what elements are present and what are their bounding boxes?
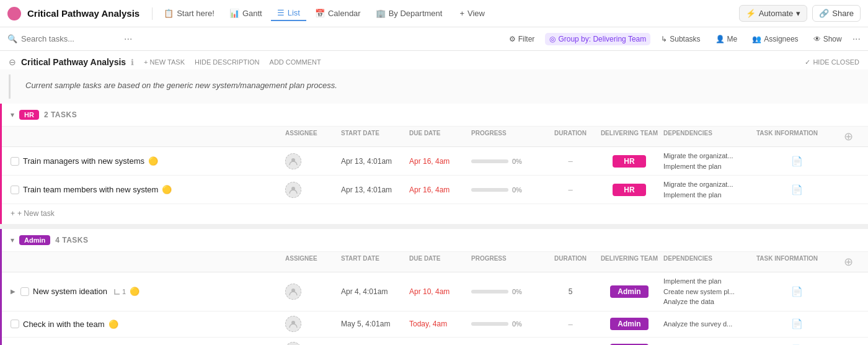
nav-label-calendar: Calendar [328,9,361,18]
new-task-action[interactable]: + NEW TASK [144,58,185,66]
assignee-icon-train-team[interactable] [285,182,301,198]
progress-pct-train-team: 0% [512,186,522,194]
nav-item-by-department[interactable]: 🏢 By Department [370,6,449,20]
subtasks-icon: ↳ [661,35,667,43]
nav-item-calendar[interactable]: 📅 Calendar [309,6,367,20]
nav-label-add-view: View [467,9,485,18]
task-info-icon-train-managers[interactable]: 📄 [791,156,803,167]
task-info-icon-check-in[interactable]: 📄 [791,318,803,329]
admin-group: ▾ Admin 4 TASKS ASSIGNEE START DATE DUE … [0,229,868,345]
hide-closed-button[interactable]: ✓ HIDE CLOSED [805,58,859,66]
task-info-icon-train-team[interactable]: 📄 [791,184,803,195]
automate-button[interactable]: ⚡ Automate ▾ [739,5,808,22]
dep-item-train-team-1: Migrate the organizat... [663,179,756,190]
hide-description-action[interactable]: HIDE DESCRIPTION [195,58,260,66]
hide-closed-label: HIDE CLOSED [813,58,859,66]
assignees-button[interactable]: 👥 Assignees [748,33,802,45]
due-date-new-system: Apr 10, 4am [409,287,471,296]
section-title: Critical Pathway Analysis [21,57,126,67]
delivering-new-system: Admin [595,285,663,298]
show-button[interactable]: 👁 Show [809,33,846,45]
duration-train-team: – [546,185,595,194]
expand-icon-new-system[interactable]: ▶ [11,288,16,295]
group-by-icon: ◎ [549,35,556,43]
plus-icon-hr: + [11,209,15,218]
subtasks-button[interactable]: ↳ Subtasks [657,33,704,45]
automate-chevron-icon: ▾ [796,9,800,18]
task-checkbox-check-in[interactable] [11,320,19,328]
col-hdr-task-info: TASK INFORMATION [756,130,837,143]
assignee-icon-check-in[interactable] [285,316,301,332]
nav-item-list[interactable]: ☰ List [271,6,306,21]
add-column-button-admin[interactable]: ⊕ [837,255,859,269]
task-checkbox-train-managers[interactable] [11,157,19,166]
assignee-icon-new-system[interactable] [285,284,301,300]
nav-item-start-here[interactable]: 📋 Start here! [157,6,221,20]
progress-pct-train-managers: 0% [512,158,522,165]
top-nav: Critical Pathway Analysis 📋 Start here! … [0,0,868,27]
task-info-train-team: 📄 [756,184,837,195]
start-date-new-system: Apr 4, 4:01am [341,287,409,296]
assignee-cell-check-in [285,316,341,332]
assignee-icon-send-comm[interactable] [285,342,301,345]
start-here-icon: 📋 [164,9,174,18]
task-emoji-check-in: 🟡 [108,320,118,329]
task-row-new-system-ideation: ▶ New system ideation 1 🟡 Apr 4, 4:01am … [2,272,868,311]
hr-new-task-button[interactable]: + + New task [11,209,859,218]
search-box[interactable]: 🔍 ··· [7,34,144,45]
app-title: Critical Pathway Analysis [27,8,140,19]
col-hdr-start: START DATE [341,130,409,143]
section-collapse-button[interactable]: ⊖ [9,57,16,67]
add-comment-action[interactable]: ADD COMMENT [270,58,321,66]
dep-new-sys-3: Analyze the data [663,297,756,307]
nav-label-list: List [288,8,300,17]
task-checkbox-new-system[interactable] [20,287,29,296]
filter-button[interactable]: ⚙ Filter [505,33,539,45]
admin-col-hdr-duration: DURATION [546,255,595,269]
show-icon: 👁 [813,35,821,43]
section-title-bar: ⊖ Critical Pathway Analysis ℹ + NEW TASK… [0,51,868,69]
assignee-cell-train-managers [285,153,341,169]
assignee-cell-send-comm [285,342,341,345]
progress-train-managers: 0% [471,158,546,165]
hr-tasks-container: Train managers with new systems 🟡 Apr 13… [2,147,868,204]
task-name-train-managers: Train managers with new systems [23,156,144,166]
hr-task-count: 2 TASKS [44,110,77,119]
delivering-badge-train-managers: HR [613,155,646,168]
task-info-icon-new-system[interactable]: 📄 [791,286,803,297]
me-button[interactable]: 👤 Me [711,33,742,45]
nav-label-gantt: Gantt [242,9,262,18]
nav-label-by-department: By Department [389,9,443,18]
add-view-icon: + [459,9,464,18]
start-date-train-team: Apr 13, 4:01am [341,186,409,194]
col-hdr-due: DUE DATE [409,130,471,143]
add-column-button-hr[interactable]: ⊕ [837,130,859,143]
hr-collapse-icon[interactable]: ▾ [11,110,14,119]
nav-right-actions: ⚡ Automate ▾ 🔗 Share [739,5,861,22]
group-by-label: Group by: Delivering Team [558,35,646,43]
progress-new-system: 0% [471,288,546,295]
due-date-train-team: Apr 16, 4am [409,186,471,194]
due-date-check-in: Today, 4am [409,320,471,328]
assignee-icon-train-managers[interactable] [285,153,301,169]
admin-group-header: ▾ Admin 4 TASKS [2,229,868,252]
automate-label: Automate [759,9,794,18]
task-info-check-in: 📄 [756,318,837,329]
search-more-icon[interactable]: ··· [124,34,132,45]
list-icon: ☰ [277,8,285,17]
search-input[interactable] [21,34,120,43]
gantt-icon: 📊 [229,9,239,18]
admin-collapse-icon[interactable]: ▾ [11,236,14,244]
toolbar-more-icon[interactable]: ··· [852,34,861,45]
start-date-train-managers: Apr 13, 4:01am [341,157,409,166]
group-by-button[interactable]: ◎ Group by: Delivering Team [545,33,650,45]
nav-item-add-view[interactable]: + View [453,6,491,20]
dep-item-train-team-2: Implement the plan [663,190,756,200]
task-emoji-train-managers: 🟡 [148,156,158,166]
show-label: Show [823,35,842,43]
nav-item-gantt[interactable]: 📊 Gantt [223,6,268,20]
task-checkbox-train-team[interactable] [11,186,19,194]
share-button[interactable]: 🔗 Share [812,5,861,22]
section-info-icon[interactable]: ℹ [131,58,134,67]
delivering-train-team: HR [595,184,663,196]
